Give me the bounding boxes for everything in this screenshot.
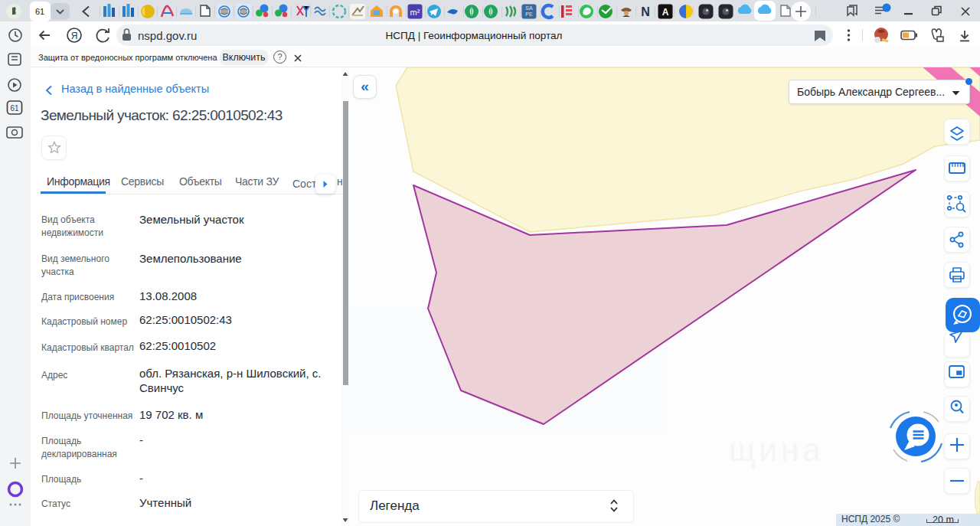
svg-text:m²: m² bbox=[410, 8, 420, 17]
svg-text:Я: Я bbox=[71, 31, 78, 41]
svg-text:N: N bbox=[641, 5, 650, 18]
svg-text:щина: щина bbox=[729, 432, 825, 468]
svg-text:A: A bbox=[662, 7, 669, 18]
svg-text:61: 61 bbox=[10, 104, 19, 113]
svg-text:НСПД | Геоинформационный порта: НСПД | Геоинформационный портал bbox=[386, 30, 563, 41]
svg-text:SA: SA bbox=[525, 5, 533, 11]
svg-text:61: 61 bbox=[35, 7, 44, 16]
svg-text:nspd.gov.ru: nspd.gov.ru bbox=[138, 29, 197, 42]
svg-text:PE: PE bbox=[525, 11, 533, 17]
